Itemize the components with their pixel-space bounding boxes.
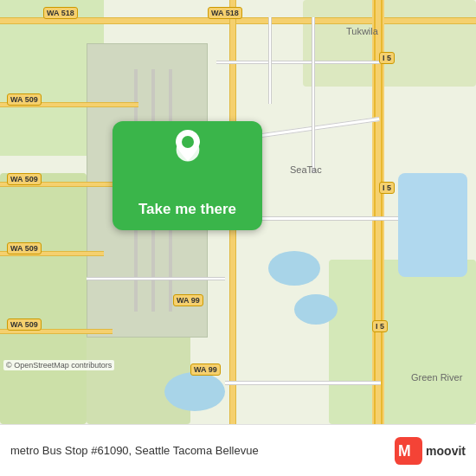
road-label-wa509-2: WA 509 [7,173,42,185]
moovit-logo: M moovit [395,437,466,465]
city-label-tukwila: Tukwila [346,26,378,36]
moovit-text: moovit [426,444,466,458]
bottom-bar: metro Bus Stop #61090, Seattle Tacoma Be… [0,424,476,476]
map-view: WA 518 WA 518 WA 509 WA 509 WA 509 WA 50… [0,0,476,424]
road-label-i5-1: I 5 [379,52,395,64]
take-me-there-button[interactable]: Take me there [113,121,262,230]
moovit-icon: M [395,437,422,465]
take-me-there-label: Take me there [138,201,236,218]
location-text: metro Bus Stop #61090, Seattle Tacoma Be… [10,444,386,457]
road-label-wa518-1: WA 518 [43,7,78,19]
svg-text:M: M [398,442,411,460]
road-label-wa509-1: WA 509 [7,93,42,106]
road-label-i5-2: I 5 [379,182,395,194]
road-label-wa509-4: WA 509 [7,318,42,331]
pin-svg [176,130,200,161]
city-label-greenriver: Green River [411,372,462,383]
road-label-wa99-2: WA 99 [190,363,221,376]
road-label-wa99-1: WA 99 [173,294,203,306]
osm-attribution: © OpenStreetMap contributors [3,360,114,370]
svg-point-3 [182,136,194,148]
road-label-wa509-3: WA 509 [7,242,42,254]
road-label-i5-3: I 5 [372,320,388,332]
city-label-seatac: SeaTac [290,164,322,175]
road-label-wa518-2: WA 518 [208,7,242,19]
